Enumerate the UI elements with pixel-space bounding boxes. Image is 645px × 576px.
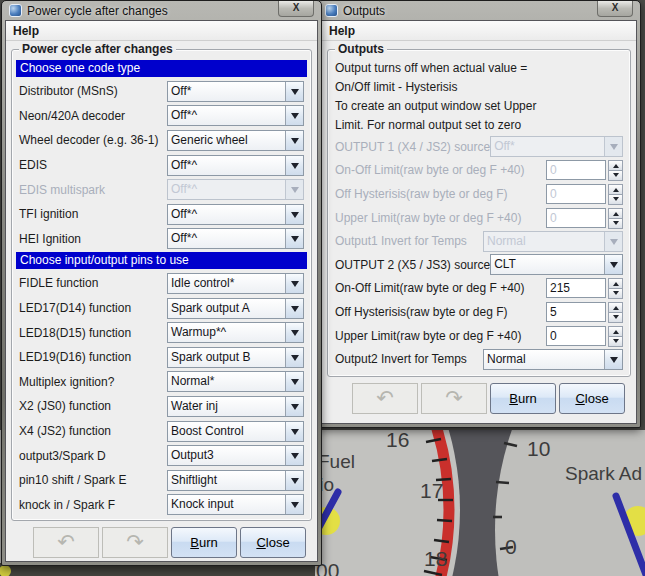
dropdown-arrow-icon[interactable] <box>285 229 303 248</box>
dropdown-arrow-icon[interactable] <box>285 274 303 293</box>
dropdown-arrow-icon[interactable] <box>285 348 303 367</box>
dropdown-value: Warmup*^ <box>168 323 285 342</box>
number-spinner[interactable]: 0 <box>546 184 623 204</box>
spinner-up-icon[interactable] <box>608 160 623 171</box>
spinner-down-icon[interactable] <box>608 289 623 299</box>
spinner-value[interactable]: 0 <box>546 160 606 180</box>
dropdown-arrow-icon[interactable] <box>285 156 303 175</box>
spinner-value[interactable]: 215 <box>546 278 606 298</box>
dropdown-value: Normal <box>484 232 604 251</box>
setting-row: pin10 shift / Spark E Shiftlight <box>16 468 307 493</box>
dropdown[interactable]: Off*^ <box>167 204 304 225</box>
setting-row: On-Off Limit(raw byte or deg F +40) 215 <box>332 277 626 301</box>
dropdown[interactable]: Off*^ <box>167 105 304 126</box>
dropdown[interactable]: Boost Control <box>167 421 304 442</box>
dropdown[interactable]: Knock input <box>167 494 304 515</box>
dropdown-arrow-icon[interactable] <box>285 495 303 514</box>
spinner-value[interactable]: 0 <box>546 208 606 228</box>
close-icon[interactable]: X <box>597 1 633 17</box>
number-spinner[interactable]: 0 <box>546 208 623 228</box>
menu-help[interactable]: Help <box>13 24 39 38</box>
dropdown-arrow-icon[interactable] <box>604 232 622 251</box>
dropdown[interactable]: Water inj <box>167 396 304 417</box>
dropdown-arrow-icon[interactable] <box>604 137 622 156</box>
spinner-down-icon[interactable] <box>608 195 623 205</box>
dropdown-value: Spark output B <box>168 348 285 367</box>
dropdown-arrow-icon[interactable] <box>285 471 303 490</box>
dropdown-arrow-icon[interactable] <box>285 180 303 199</box>
field-label: X2 (JS0) function <box>19 399 111 413</box>
dropdown[interactable]: Off*^ <box>167 179 304 200</box>
redo-icon[interactable]: ↷ <box>102 527 168 558</box>
dropdown[interactable]: Off* <box>167 81 304 102</box>
spinner-up-icon[interactable] <box>608 184 623 195</box>
dropdown-arrow-icon[interactable] <box>285 397 303 416</box>
dropdown[interactable]: Output3 <box>167 445 304 466</box>
spinner-buttons <box>608 302 623 322</box>
close-button[interactable]: Close <box>240 527 306 558</box>
java-app-icon <box>9 4 22 17</box>
spinner-down-icon[interactable] <box>608 219 623 229</box>
dropdown-arrow-icon[interactable] <box>285 205 303 224</box>
dropdown[interactable]: Warmup*^ <box>167 322 304 343</box>
number-spinner[interactable]: 5 <box>546 302 623 322</box>
dropdown-arrow-icon[interactable] <box>285 446 303 465</box>
number-spinner[interactable]: 0 <box>546 160 623 180</box>
afr-scale-18: 18 <box>424 547 447 570</box>
dropdown[interactable]: Generic wheel <box>167 130 304 151</box>
menu-help[interactable]: Help <box>329 24 355 38</box>
number-spinner[interactable]: 0 <box>546 326 623 346</box>
dropdown-arrow-icon[interactable] <box>285 299 303 318</box>
power-cycle-dialog-area: Power cycle after changes Choose one cod… <box>6 41 317 562</box>
close-button[interactable]: Close <box>559 383 625 414</box>
spinner-down-icon[interactable] <box>608 337 623 347</box>
setting-row: LED17(D14) function Spark output A <box>16 296 307 321</box>
dropdown[interactable]: Normal <box>483 231 623 252</box>
dropdown[interactable]: Off*^ <box>167 228 304 249</box>
dropdown-arrow-icon[interactable] <box>285 131 303 150</box>
dropdown-arrow-icon[interactable] <box>604 255 622 274</box>
dropdown-value: Off*^ <box>168 180 285 199</box>
dropdown[interactable]: Shiftlight <box>167 470 304 491</box>
field-label: knock in / Spark F <box>19 498 115 512</box>
number-spinner[interactable]: 215 <box>546 278 623 298</box>
dropdown[interactable]: Spark output A <box>167 298 304 319</box>
dropdown[interactable]: Idle control* <box>167 273 304 294</box>
field-label: Output1 Invert for Temps <box>335 234 467 248</box>
spinner-value[interactable]: 0 <box>546 184 606 204</box>
setting-row: Upper Limit(raw byte or deg F +40) 0 <box>332 324 626 348</box>
spinner-value[interactable]: 5 <box>546 302 606 322</box>
spinner-up-icon[interactable] <box>608 302 623 313</box>
power-cycle-titlebar[interactable]: Power cycle after changes <box>2 1 321 20</box>
dropdown-arrow-icon[interactable] <box>285 106 303 125</box>
dropdown-arrow-icon[interactable] <box>285 82 303 101</box>
spinner-up-icon[interactable] <box>608 326 623 337</box>
outputs-menubar: Help <box>322 21 636 41</box>
outputs-titlebar[interactable]: Outputs <box>318 1 640 20</box>
undo-icon[interactable]: ↶ <box>33 527 99 558</box>
dropdown[interactable]: Spark output B <box>167 347 304 368</box>
burn-button[interactable]: Burn <box>171 527 237 558</box>
redo-icon[interactable]: ↷ <box>421 383 487 414</box>
spinner-down-icon[interactable] <box>608 171 623 181</box>
afr-gauge-title-line1: Fuel <box>318 451 355 472</box>
power-cycle-rows: Choose one code type Distributor (MSnS) … <box>16 60 307 517</box>
dropdown-arrow-icon[interactable] <box>604 350 622 369</box>
dropdown[interactable]: Off* <box>490 136 623 157</box>
dropdown[interactable]: Normal* <box>167 371 304 392</box>
dropdown[interactable]: Off*^ <box>167 155 304 176</box>
close-icon[interactable]: X <box>278 1 314 17</box>
spinner-up-icon[interactable] <box>608 278 623 289</box>
dropdown-value: Normal* <box>168 372 285 391</box>
dropdown-arrow-icon[interactable] <box>285 323 303 342</box>
field-label: pin10 shift / Spark E <box>19 473 126 487</box>
burn-button[interactable]: Burn <box>490 383 556 414</box>
dropdown-arrow-icon[interactable] <box>285 422 303 441</box>
spinner-up-icon[interactable] <box>608 208 623 219</box>
undo-icon[interactable]: ↶ <box>352 383 418 414</box>
dropdown-arrow-icon[interactable] <box>285 372 303 391</box>
spinner-down-icon[interactable] <box>608 313 623 323</box>
spinner-value[interactable]: 0 <box>546 326 606 346</box>
dropdown[interactable]: Normal <box>483 349 623 370</box>
dropdown[interactable]: CLT <box>490 254 623 275</box>
